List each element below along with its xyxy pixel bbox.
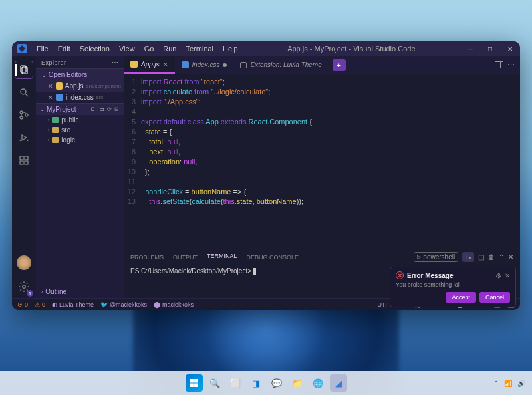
start-button[interactable] xyxy=(186,374,203,392)
project-section[interactable]: ⌄ MyProject 🗋 🗀 ⟳ ⊟ xyxy=(36,103,124,115)
tab-extension[interactable]: Extension: Luvia Theme xyxy=(233,56,328,74)
window-controls: ─ □ ✕ xyxy=(460,45,520,53)
debug-icon[interactable] xyxy=(12,126,36,149)
svg-point-12 xyxy=(23,285,26,289)
status-errors[interactable]: ⊘ 0 xyxy=(17,301,28,308)
svg-point-2 xyxy=(21,89,26,94)
close-button[interactable]: ✕ xyxy=(500,45,520,53)
code-editor[interactable]: 12345678910111213 import React from "rea… xyxy=(124,74,520,249)
dirty-icon xyxy=(223,63,227,67)
status-theme[interactable]: ◐ Luvia Theme xyxy=(52,301,94,308)
account-avatar[interactable] xyxy=(17,255,31,270)
svg-line-3 xyxy=(25,94,28,96)
taskbar-explorer-icon[interactable]: 📁 xyxy=(289,374,306,392)
menu-terminal[interactable]: Terminal xyxy=(182,43,219,55)
activity-bar xyxy=(12,56,36,298)
gear-icon[interactable]: ⚙ xyxy=(495,272,501,279)
css-file-icon xyxy=(182,61,189,68)
js-file-icon xyxy=(56,82,63,90)
svg-point-5 xyxy=(20,116,23,119)
taskbar-chat-icon[interactable]: 💬 xyxy=(268,374,285,392)
panel-tab-debug[interactable]: DEBUG CONSOLE xyxy=(247,254,299,261)
tree-src[interactable]: ›src xyxy=(36,125,124,135)
close-panel-icon[interactable]: ✕ xyxy=(508,253,513,261)
new-terminal-button[interactable]: +▾ xyxy=(462,252,474,262)
open-editors-section[interactable]: ⌄ Open Editors xyxy=(36,68,124,80)
settings-icon[interactable] xyxy=(12,275,36,298)
trash-icon[interactable]: 🗑 xyxy=(488,253,495,261)
close-icon[interactable]: ✕ xyxy=(163,61,168,68)
js-file-icon xyxy=(130,61,138,68)
bottom-panel: PROBLEMS OUTPUT TERMINAL DEBUG CONSOLE ▷… xyxy=(124,249,520,298)
notification-title: Error Message xyxy=(407,272,492,279)
vscode-window: File Edit Selection View Go Run Terminal… xyxy=(12,41,520,310)
panel-tab-problems[interactable]: PROBLEMS xyxy=(130,254,164,261)
tray-volume-icon[interactable]: 🔊 xyxy=(517,380,525,387)
extensions-icon[interactable] xyxy=(12,149,36,172)
error-notification: ✕ Error Message ⚙✕ You broke something l… xyxy=(390,267,516,307)
source-control-icon[interactable] xyxy=(12,104,36,126)
panel-tab-terminal[interactable]: TERMINAL xyxy=(207,253,237,261)
tree-logic[interactable]: ›logic xyxy=(36,135,124,145)
window-title: App.js - MyProject - Visual Studio Code xyxy=(243,45,460,53)
taskbar: 🔍 ⬜ ◨ 💬 📁 🌐 ◢ ⌃ 📶 🔊 xyxy=(0,371,532,395)
svg-rect-8 xyxy=(20,156,23,160)
menu-run[interactable]: Run xyxy=(158,43,181,55)
vscode-icon xyxy=(17,44,27,53)
titlebar: File Edit Selection View Go Run Terminal… xyxy=(12,41,520,56)
menu-edit[interactable]: Edit xyxy=(53,43,75,55)
sidebar-more-icon[interactable]: ⋯ xyxy=(112,59,118,66)
tab-app[interactable]: App.js✕ xyxy=(124,56,175,74)
svg-rect-9 xyxy=(20,161,23,164)
maximize-button[interactable]: □ xyxy=(480,45,500,53)
new-tab-button[interactable]: + xyxy=(332,59,346,71)
taskbar-search-icon[interactable]: 🔍 xyxy=(206,374,223,392)
svg-marker-7 xyxy=(22,135,27,140)
status-twitter[interactable]: 🐦 @maciekkoks xyxy=(100,301,147,308)
close-icon[interactable]: ✕ xyxy=(48,94,53,101)
menu-file[interactable]: File xyxy=(32,43,53,55)
tree-public[interactable]: ›public xyxy=(36,115,124,125)
chevron-up-icon[interactable]: ⌃ xyxy=(499,253,504,261)
close-icon[interactable]: ✕ xyxy=(48,83,53,90)
status-warnings[interactable]: ⚠ 0 xyxy=(35,301,45,308)
taskbar-vscode-icon[interactable]: ◢ xyxy=(330,374,347,392)
split-editor-icon[interactable] xyxy=(495,61,503,68)
status-github[interactable]: ⬤ maciekkoks xyxy=(154,301,194,308)
outline-section[interactable]: ›Outline xyxy=(36,285,124,298)
editor-more-icon[interactable]: ⋯ xyxy=(507,61,515,69)
menu-bar: File Edit Selection View Go Run Terminal… xyxy=(32,43,243,55)
notification-body: You broke something lol xyxy=(396,281,510,288)
search-icon[interactable] xyxy=(12,81,36,104)
accept-button[interactable]: Accept xyxy=(446,292,476,303)
panel-tab-output[interactable]: OUTPUT xyxy=(173,254,198,261)
tray-wifi-icon[interactable]: 📶 xyxy=(504,380,512,387)
tab-bar: App.js✕ index.css Extension: Luvia Theme… xyxy=(124,56,520,74)
tab-index[interactable]: index.css xyxy=(175,56,234,74)
folder-actions-icons[interactable]: 🗋 🗀 ⟳ ⊟ xyxy=(90,106,120,112)
explorer-icon[interactable] xyxy=(15,61,33,79)
taskbar-taskview-icon[interactable]: ⬜ xyxy=(227,374,244,392)
editor-item-index[interactable]: ✕ index.css src xyxy=(36,92,124,103)
menu-selection[interactable]: Selection xyxy=(75,43,114,55)
menu-help[interactable]: Help xyxy=(218,43,243,55)
sidebar-title: Explorer xyxy=(41,59,112,66)
menu-go[interactable]: Go xyxy=(140,43,159,55)
tray-chevron-icon[interactable]: ⌃ xyxy=(493,380,499,387)
shell-selector[interactable]: ▷powershell xyxy=(414,252,458,262)
svg-rect-10 xyxy=(25,161,28,164)
taskbar-widgets-icon[interactable]: ◨ xyxy=(247,374,265,392)
taskbar-edge-icon[interactable]: 🌐 xyxy=(309,374,327,392)
editor-main: App.js✕ index.css Extension: Luvia Theme… xyxy=(124,56,520,298)
system-tray[interactable]: ⌃ 📶 🔊 xyxy=(493,380,525,387)
split-terminal-icon[interactable]: ◫ xyxy=(478,253,484,261)
menu-view[interactable]: View xyxy=(114,43,140,55)
cancel-button[interactable]: Cancel xyxy=(479,292,510,303)
editor-item-app[interactable]: ✕ App.js src/component xyxy=(36,80,124,92)
close-notification-icon[interactable]: ✕ xyxy=(505,272,510,279)
minimize-button[interactable]: ─ xyxy=(460,45,480,53)
svg-point-6 xyxy=(25,114,28,116)
folder-icon xyxy=(52,117,59,123)
sidebar: Explorer ⋯ ⌄ Open Editors ✕ App.js src/c… xyxy=(36,56,124,298)
cursor xyxy=(253,268,256,275)
